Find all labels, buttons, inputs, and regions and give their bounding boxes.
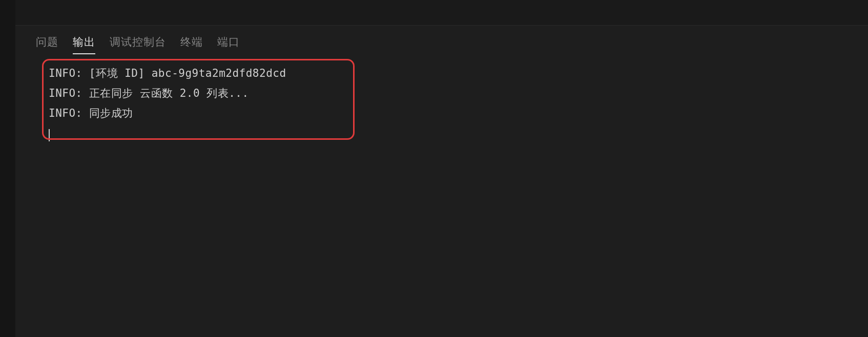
log-output: INFO: [环境 ID] abc-9g9ta2m2dfd82dcd INFO:…	[31, 56, 853, 150]
activity-bar-gutter	[0, 0, 15, 337]
tab-problems[interactable]: 问题	[36, 35, 58, 49]
tab-debug-console[interactable]: 调试控制台	[110, 35, 166, 49]
bottom-panel: 问题 输出 调试控制台 终端 端口 INFO: [环境 ID] abc-9g9t…	[15, 26, 868, 337]
tab-terminal[interactable]: 终端	[180, 35, 203, 49]
log-line: INFO: 正在同步 云函数 2.0 列表...	[49, 83, 835, 103]
tab-output[interactable]: 输出	[73, 35, 95, 49]
log-line: INFO: 同步成功	[49, 103, 835, 123]
log-line: INFO: [环境 ID] abc-9g9ta2m2dfd82dcd	[49, 64, 835, 83]
output-content-area[interactable]: INFO: [环境 ID] abc-9g9ta2m2dfd82dcd INFO:…	[15, 56, 868, 337]
editor-area-spacer	[15, 0, 868, 26]
panel-tabs: 问题 输出 调试控制台 终端 端口	[15, 26, 868, 56]
tab-ports[interactable]: 端口	[217, 35, 240, 49]
main-panel: 问题 输出 调试控制台 终端 端口 INFO: [环境 ID] abc-9g9t…	[15, 0, 868, 337]
text-cursor	[49, 129, 50, 141]
